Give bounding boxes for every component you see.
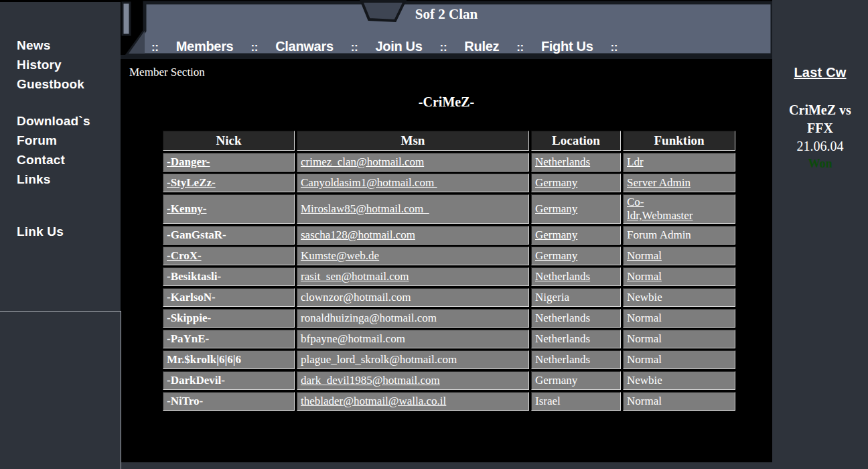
member-cell-msn: clownzor@hotmail.com bbox=[297, 288, 529, 307]
member-cell-nick: -Danger- bbox=[163, 153, 295, 172]
member-cell-msn: crimez_clan@hotmail.com bbox=[297, 153, 529, 172]
member-cell-funktion: Normal bbox=[623, 392, 735, 411]
sidebar-link-forum[interactable]: Forum bbox=[17, 131, 121, 150]
last-cw-title: Last Cw bbox=[772, 65, 868, 80]
member-nick-link[interactable]: -CroX- bbox=[167, 249, 202, 262]
nav-link-members[interactable]: Members bbox=[176, 39, 234, 54]
member-location-link[interactable]: Netherlands bbox=[535, 155, 590, 168]
member-nick-link[interactable]: -Danger- bbox=[167, 155, 210, 168]
sidebar-link-guestbook[interactable]: Guestbook bbox=[17, 74, 121, 94]
site-title: Sof 2 Clan bbox=[121, 6, 772, 23]
col-header-funktion: Funktion bbox=[623, 131, 735, 151]
member-cell-msn: sascha128@hotmail.com bbox=[297, 226, 529, 245]
member-row: -Skippie-ronaldhuizinga@hotmail.comNethe… bbox=[163, 309, 735, 328]
member-msn-link[interactable]: Canyoldasim1@hotmail.com bbox=[301, 176, 437, 189]
member-cell-location: Netherlands bbox=[531, 267, 621, 286]
member-funktion-link[interactable]: Co- ldr,Webmaster bbox=[627, 196, 693, 222]
page: NewsHistoryGuestbookDownload`sForumConta… bbox=[0, 0, 868, 469]
member-cell-funktion: Forum Admin bbox=[623, 226, 735, 245]
member-location-link[interactable]: Germany bbox=[535, 249, 577, 262]
member-cell-nick: -NiTro- bbox=[163, 392, 295, 411]
member-nick-text: -PaYnE- bbox=[167, 332, 209, 345]
member-nick-text: -KarlsoN- bbox=[167, 291, 216, 304]
member-section: Member Section -CriMeZ- NickMsnLocationF… bbox=[121, 59, 772, 413]
nav-link-rulez[interactable]: Rulez bbox=[464, 39, 499, 54]
sidebar-link-download-s[interactable]: Download`s bbox=[17, 111, 121, 131]
nav-separator: :: bbox=[516, 41, 524, 54]
member-funktion-text: Forum Admin bbox=[627, 228, 691, 241]
member-cell-nick: -Kenny- bbox=[163, 194, 295, 224]
member-cell-location: Germany bbox=[531, 371, 621, 390]
member-cell-funktion: Normal bbox=[623, 350, 735, 369]
member-cell-funktion: Server Admin bbox=[623, 174, 735, 192]
member-cell-funktion: Normal bbox=[623, 309, 735, 328]
member-location-text: Nigeria bbox=[535, 291, 569, 304]
member-funktion-text: Normal bbox=[627, 332, 662, 345]
member-cell-nick: Mr.$krolk|6|6|6 bbox=[163, 350, 295, 369]
member-cell-nick: -StyLeZz- bbox=[163, 174, 295, 192]
member-cell-location: Netherlands bbox=[531, 330, 621, 348]
member-cell-location: Germany bbox=[531, 194, 621, 224]
member-row: -CroX-Kumste@web.deGermanyNormal bbox=[163, 247, 735, 265]
nav-link-clanwars[interactable]: Clanwars bbox=[275, 39, 334, 54]
sidebar-link-news[interactable]: News bbox=[17, 36, 121, 55]
nav-separator: :: bbox=[611, 41, 618, 54]
sidebar-link-contact[interactable]: Contact bbox=[17, 150, 121, 170]
member-cell-funktion: Ldr bbox=[623, 153, 735, 172]
member-location-text: Israel bbox=[535, 395, 561, 407]
left-sidebar: NewsHistoryGuestbookDownload`sForumConta… bbox=[0, 0, 121, 469]
member-nick-link[interactable]: -Kenny- bbox=[167, 202, 207, 215]
member-nick-link[interactable]: -StyLeZz- bbox=[167, 176, 216, 189]
sidebar-link-link-us[interactable]: Link Us bbox=[17, 222, 121, 241]
nav-separator: :: bbox=[351, 41, 358, 54]
member-msn-link[interactable]: crimez_clan@hotmail.com bbox=[301, 155, 424, 168]
member-cell-msn: Canyoldasim1@hotmail.com bbox=[297, 174, 529, 192]
member-cell-funktion: Normal bbox=[623, 247, 735, 265]
member-cell-msn: theblader@hotmail@walla.co.il bbox=[297, 392, 529, 411]
member-cell-location: Germany bbox=[531, 247, 621, 265]
member-msn-link[interactable]: dark_devil1985@hotmail.com bbox=[301, 374, 440, 387]
member-nick-text: -Besiktasli- bbox=[167, 270, 221, 283]
member-funktion-text: Newbie bbox=[627, 291, 662, 304]
member-funktion-link[interactable]: Normal bbox=[627, 249, 662, 262]
member-msn-text: clownzor@hotmail.com bbox=[301, 291, 411, 304]
nav-link-join-us[interactable]: Join Us bbox=[375, 39, 422, 54]
member-cell-nick: -Besiktasli- bbox=[163, 267, 295, 286]
right-sidebar: Last Cw CriMeZ vs FFX 21.06.04 Won bbox=[772, 0, 868, 469]
members-table-header-row: NickMsnLocationFunktion bbox=[163, 131, 735, 151]
section-title: Member Section bbox=[121, 66, 772, 79]
member-funktion-link[interactable]: Normal bbox=[627, 270, 662, 283]
member-cell-location: Germany bbox=[531, 174, 621, 192]
member-cell-nick: -Skippie- bbox=[163, 309, 295, 328]
member-location-link[interactable]: Netherlands bbox=[535, 270, 590, 283]
member-location-text: Netherlands bbox=[535, 353, 590, 366]
sidebar-link-links[interactable]: Links bbox=[17, 170, 121, 189]
member-cell-location: Netherlands bbox=[531, 350, 621, 369]
member-row: -PaYnE-bfpayne@hotmail.comNetherlandsNor… bbox=[163, 330, 735, 348]
member-msn-link[interactable]: theblader@hotmail@walla.co.il bbox=[301, 395, 446, 407]
member-msn-link[interactable]: rasit_sen@hotmail.com bbox=[301, 270, 409, 283]
member-cell-location: Netherlands bbox=[531, 153, 621, 172]
member-cell-location: Germany bbox=[531, 226, 621, 245]
members-table: NickMsnLocationFunktion -Danger-crimez_c… bbox=[161, 129, 737, 413]
member-location-text: Germany bbox=[535, 374, 577, 387]
member-msn-link[interactable]: Kumste@web.de bbox=[301, 249, 379, 262]
nav-link-fight-us[interactable]: Fight Us bbox=[541, 39, 593, 54]
member-msn-text: bfpayne@hotmail.com bbox=[301, 332, 405, 345]
member-cell-funktion: Newbie bbox=[623, 288, 735, 307]
sidebar-cell-border-horizontal bbox=[0, 311, 121, 312]
sidebar-link-history[interactable]: History bbox=[17, 55, 121, 74]
member-msn-text: plague_lord_skrolk@hotmail.com bbox=[301, 353, 457, 366]
member-cell-msn: plague_lord_skrolk@hotmail.com bbox=[297, 350, 529, 369]
member-location-link[interactable]: Germany bbox=[535, 176, 577, 189]
member-row: -KarlsoN-clownzor@hotmail.comNigeriaNewb… bbox=[163, 288, 735, 307]
member-cell-msn: dark_devil1985@hotmail.com bbox=[297, 371, 529, 390]
member-location-link[interactable]: Germany bbox=[535, 228, 577, 241]
left-sidebar-nav: NewsHistoryGuestbookDownload`sForumConta… bbox=[17, 36, 121, 241]
member-funktion-link[interactable]: Ldr bbox=[627, 155, 644, 168]
member-msn-link[interactable]: Miroslaw85@hotmail.com bbox=[301, 202, 429, 215]
member-funktion-link[interactable]: Server Admin bbox=[627, 176, 691, 189]
member-msn-link[interactable]: sascha128@hotmail.com bbox=[301, 228, 415, 241]
member-cell-msn: ronaldhuizinga@hotmail.com bbox=[297, 309, 529, 328]
member-location-link[interactable]: Germany bbox=[535, 202, 577, 215]
